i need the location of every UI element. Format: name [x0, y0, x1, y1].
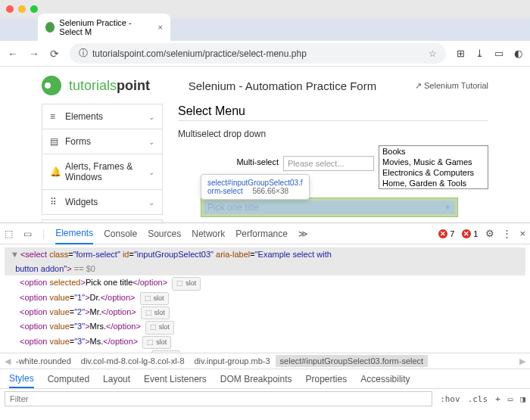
devtools-tabs: ⬚ ▭ | Elements Console Sources Network P… [0, 223, 530, 244]
multiselect-listbox[interactable]: Books Movies, Music & Games Electronics … [379, 145, 488, 189]
slot-chip[interactable]: ⬚ slot [140, 292, 169, 305]
tab-accessibility[interactable]: Accessibility [360, 371, 410, 387]
menu-icon: ≡ [50, 111, 59, 122]
back-icon[interactable]: ← [8, 48, 18, 60]
sidebar-item-forms[interactable]: ▤Forms⌄ [42, 129, 163, 154]
tab-elements[interactable]: Elements [55, 223, 93, 244]
sidebar-item-accordion[interactable]: Accordion⌄ [42, 219, 163, 222]
download-icon[interactable]: ⤓ [475, 48, 484, 59]
slot-chip[interactable]: ⬚ slot [145, 321, 174, 334]
sidebar-item-elements[interactable]: ≡Elements⌄ [42, 104, 163, 129]
inspect-picker-icon[interactable]: ⬚ [5, 229, 13, 239]
warn-count-badge[interactable]: ✕1 [462, 229, 478, 238]
extensions-icon[interactable]: ⊞ [457, 48, 465, 59]
site-header: tutorialspoint Selenium - Automation Pra… [42, 67, 488, 104]
url-bar[interactable]: ⓘ tutorialspoint.com/selenium/practice/s… [70, 43, 446, 64]
minimize-window-dot[interactable] [18, 5, 26, 13]
chevron-down-icon: ⌄ [148, 113, 154, 121]
crumb-right-icon[interactable]: ▶ [519, 356, 525, 366]
close-icon[interactable]: × [519, 228, 525, 239]
tab-more-icon[interactable]: ≫ [298, 224, 308, 244]
chevron-down-icon: ⌄ [148, 138, 154, 146]
crumb-item-selected[interactable]: select#inputGroupSelect03.form-select [276, 355, 429, 367]
tab-properties[interactable]: Properties [306, 371, 348, 387]
logo-icon [42, 76, 61, 95]
multiselect-input[interactable]: Please select... [283, 156, 374, 171]
inspect-tooltip: select#inputGroupSelect03.form-select 56… [201, 174, 310, 200]
device-toggle-icon[interactable]: ▭ [23, 229, 32, 239]
forward-icon[interactable]: → [29, 48, 39, 60]
tab-strip: Selenium Practice - Select M × [0, 18, 530, 41]
tab-event-listeners[interactable]: Event Listeners [144, 371, 207, 387]
filter-input[interactable] [5, 391, 432, 406]
browser-tab[interactable]: Selenium Practice - Select M × [38, 14, 170, 41]
chevron-down-icon: ⌄ [148, 168, 154, 176]
sidebar-item-alerts[interactable]: 🔔Alerts, Frames & Windows⌄ [42, 154, 163, 190]
styles-tabs: Styles Computed Layout Event Listeners D… [0, 369, 530, 389]
maximize-window-dot[interactable] [30, 5, 38, 13]
list-item[interactable]: Books [379, 146, 488, 157]
inspect-dimensions: 566.66×38 [252, 187, 288, 195]
selenium-tutorial-link[interactable]: Selenium Tutorial [415, 81, 488, 91]
slot-chip[interactable]: ⬚ slot [151, 350, 180, 353]
chevron-down-icon: ⌄ [148, 198, 154, 207]
browser-toolbar: ← → ⟳ ⓘ tutorialspoint.com/selenium/prac… [0, 41, 530, 67]
sidebar-item-label: Widgets [65, 197, 98, 207]
sidebar: ≡Elements⌄ ▤Forms⌄ 🔔Alerts, Frames & Win… [42, 104, 163, 222]
list-item[interactable]: Movies, Music & Games [379, 157, 488, 167]
multiselect-label: Multi-select [236, 157, 279, 166]
crumb-item[interactable]: div.col-md-8.col-lg-8.col-xl-8 [76, 355, 189, 367]
error-count-badge[interactable]: ✕7 [438, 229, 454, 238]
panel-icon[interactable]: ▭ [494, 48, 504, 59]
site-info-icon[interactable]: ⓘ [79, 47, 88, 60]
slot-chip[interactable]: ⬚ slot [141, 306, 170, 319]
sidebar-item-label: Alerts, Frames & Windows [65, 161, 142, 182]
crumb-item[interactable]: -white.rounded [11, 355, 76, 367]
bell-icon: 🔔 [50, 166, 59, 177]
sub-label: Multiselect drop down [178, 129, 488, 139]
crumb-item[interactable]: div.input-group.mb-3 [190, 355, 275, 367]
cls-toggle[interactable]: .cls [468, 394, 488, 404]
tab-sources[interactable]: Sources [148, 224, 181, 244]
tab-performance[interactable]: Performance [235, 224, 288, 244]
section-heading: Select Menu [178, 104, 488, 118]
widget-icon: ⠿ [50, 197, 59, 207]
devtools-panel: ⬚ ▭ | Elements Console Sources Network P… [0, 222, 530, 420]
tab-layout[interactable]: Layout [103, 371, 130, 387]
close-window-dot[interactable] [6, 5, 14, 13]
computed-panel-icon[interactable]: ▭ [508, 394, 513, 404]
close-tab-icon[interactable]: × [158, 23, 163, 32]
page-title: Selenium - Automation Practice Form [157, 79, 407, 92]
styles-filter-row: :hov .cls + ▭ ◨ [0, 389, 530, 409]
hov-toggle[interactable]: :hov [440, 394, 460, 404]
tab-dom-breakpoints[interactable]: DOM Breakpoints [220, 371, 292, 387]
highlight-overlay [204, 201, 455, 214]
tab-styles[interactable]: Styles [9, 370, 34, 388]
crumb-left-icon[interactable]: ◀ [5, 356, 11, 366]
reload-icon[interactable]: ⟳ [50, 48, 59, 60]
tab-console[interactable]: Console [104, 224, 137, 244]
bookmark-icon[interactable]: ☆ [429, 48, 437, 59]
sidebar-toggle-icon[interactable]: ◨ [520, 394, 525, 404]
slot-chip[interactable]: ⬚ slot [172, 277, 201, 290]
tab-computed[interactable]: Computed [48, 371, 89, 387]
slot-chip[interactable]: ⬚ slot [142, 336, 171, 349]
gear-icon[interactable]: ⚙ [485, 228, 494, 239]
sidebar-item-widgets[interactable]: ⠿Widgets⌄ [42, 189, 163, 215]
dom-tree[interactable]: ▼<select class="form-select" id="inputGr… [0, 244, 530, 353]
breadcrumb: ◀ -white.rounded div.col-md-8.col-lg-8.c… [0, 353, 530, 369]
add-rule-icon[interactable]: + [495, 394, 500, 404]
tab-network[interactable]: Network [192, 224, 225, 244]
url-text: tutorialspoint.com/selenium/practice/sel… [92, 48, 307, 59]
list-item[interactable]: Electronics & Computers [379, 167, 488, 178]
tab-title: Selenium Practice - Select M [59, 18, 153, 36]
sidebar-item-label: Forms [65, 136, 91, 147]
form-icon: ▤ [50, 136, 59, 147]
profile-icon[interactable]: ◐ [514, 48, 522, 59]
list-item[interactable]: Home, Garden & Tools [379, 178, 488, 188]
favicon-icon [45, 22, 55, 33]
logo-text[interactable]: tutorialspoint [69, 78, 150, 94]
sidebar-item-label: Elements [65, 111, 103, 122]
more-icon[interactable]: ⋮ [502, 228, 512, 239]
